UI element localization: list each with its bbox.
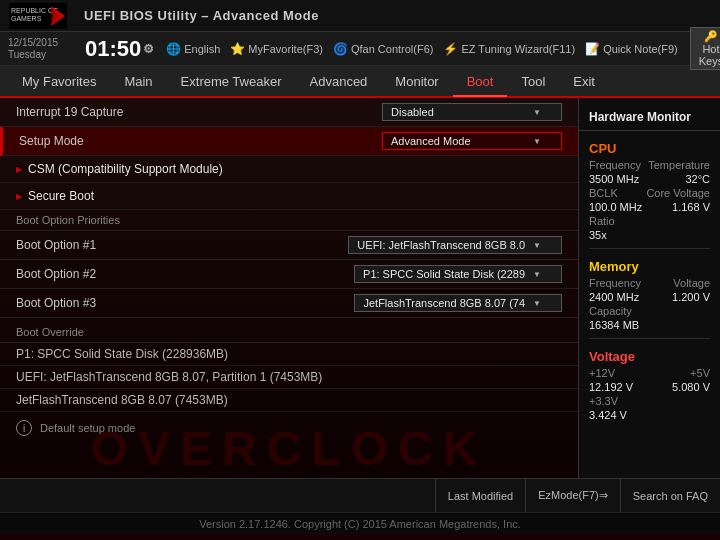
fan-icon: 🌀 <box>333 42 348 56</box>
sidebar-cpu-ratio-label: Ratio <box>589 215 615 227</box>
boot-option-1-row: Boot Option #1 UEFI: JetFlashTranscend 8… <box>0 231 578 260</box>
nav-exit[interactable]: Exit <box>559 68 609 95</box>
interrupt-value: Disabled <box>382 103 562 121</box>
sidebar-cpu-temp-value: 32°C <box>685 173 710 185</box>
boot-priorities-header: Boot Option Priorities <box>0 210 578 231</box>
rog-logo: REPUBLIC OF GAMERS <box>8 4 68 28</box>
sidebar-mem-cap-value: 16384 MB <box>589 319 639 331</box>
search-faq-button[interactable]: Search on FAQ <box>620 479 720 512</box>
sidebar-v5-value: 5.080 V <box>672 381 710 393</box>
setup-mode-dropdown[interactable]: Advanced Mode <box>382 132 562 150</box>
sidebar-v33-val-row: 3.424 V <box>579 408 720 422</box>
nav-advanced[interactable]: Advanced <box>296 68 382 95</box>
myfavorite-shortcut[interactable]: ⭐ MyFavorite(F3) <box>230 42 323 56</box>
boot-option-3-dropdown[interactable]: JetFlashTranscend 8GB 8.07 (74 <box>354 294 562 312</box>
interrupt-dropdown[interactable]: Disabled <box>382 103 562 121</box>
sidebar-divider-1 <box>589 248 710 249</box>
boot-override-item-3[interactable]: JetFlashTranscend 8GB 8.07 (7453MB) <box>0 389 578 412</box>
sidebar-v5-label: +5V <box>690 367 710 379</box>
setup-mode-label: Setup Mode <box>19 134 382 148</box>
settings-icon[interactable]: ⚙ <box>143 43 154 55</box>
qfan-shortcut[interactable]: 🌀 Qfan Control(F6) <box>333 42 434 56</box>
svg-text:GAMERS: GAMERS <box>11 15 42 22</box>
sidebar-v12-val-row: 12.192 V 5.080 V <box>579 380 720 394</box>
nav-monitor[interactable]: Monitor <box>381 68 452 95</box>
main-nav: My Favorites Main Extreme Tweaker Advanc… <box>0 66 720 98</box>
footer-bar: Version 2.17.1246. Copyright (C) 2015 Am… <box>0 512 720 534</box>
svg-text:REPUBLIC OF: REPUBLIC OF <box>11 7 58 14</box>
ez-mode-button[interactable]: EzMode(F7)⇒ <box>525 479 620 512</box>
nav-tool[interactable]: Tool <box>507 68 559 95</box>
quicknote-shortcut[interactable]: 📝 Quick Note(F9) <box>585 42 678 56</box>
sidebar-mem-freq-val-row: 2400 MHz 1.200 V <box>579 290 720 304</box>
boot-option-2-label: Boot Option #2 <box>16 267 354 281</box>
sidebar-divider-2 <box>589 338 710 339</box>
page-title: UEFI BIOS Utility – Advanced Mode <box>84 8 319 23</box>
hotkeys-button[interactable]: 🔑 Hot Keys <box>690 27 720 70</box>
date-display: 12/15/2015 Tuesday <box>8 37 73 61</box>
time-display: 01:50 ⚙ <box>85 38 154 60</box>
sidebar-v33-label: +3.3V <box>589 395 618 407</box>
nav-boot[interactable]: Boot <box>453 68 508 97</box>
favorite-icon: ⭐ <box>230 42 245 56</box>
ez-tuning-shortcut[interactable]: ⚡ EZ Tuning Wizard(F11) <box>443 42 575 56</box>
nav-main[interactable]: Main <box>110 68 166 95</box>
sidebar-voltage-title: Voltage <box>579 345 720 366</box>
sidebar-memory-title: Memory <box>579 255 720 276</box>
sidebar-cpu-ratio-row: Ratio <box>579 214 720 228</box>
setup-mode-row: Setup Mode Advanced Mode <box>0 127 578 156</box>
content-area: Interrupt 19 Capture Disabled Setup Mode… <box>0 98 720 478</box>
sidebar-v12-value: 12.192 V <box>589 381 633 393</box>
sidebar-cpu-ratio-value: 35x <box>589 229 607 241</box>
main-content: Interrupt 19 Capture Disabled Setup Mode… <box>0 98 578 478</box>
boot-override-item-2[interactable]: UEFI: JetFlashTranscend 8GB 8.07, Partit… <box>0 366 578 389</box>
sidebar-cpu-ratio-val-row: 35x <box>579 228 720 242</box>
secure-boot-toggle[interactable]: Secure Boot <box>0 183 578 210</box>
boot-option-1-dropdown[interactable]: UEFI: JetFlashTranscend 8GB 8.0 <box>348 236 562 254</box>
sidebar-cpu-freq-row: Frequency Temperature <box>579 158 720 172</box>
sidebar-cpu-bclk-label: BCLK <box>589 187 618 199</box>
info-row: i Default setup mode <box>0 412 578 444</box>
boot-override-item-1[interactable]: P1: SPCC Solid State Disk (228936MB) <box>0 343 578 366</box>
info-bar: 12/15/2015 Tuesday 01:50 ⚙ 🌐 English ⭐ M… <box>0 32 720 66</box>
sidebar-cpu-title: CPU <box>579 137 720 158</box>
sidebar-mem-freq-label: Frequency <box>589 277 641 289</box>
top-bar: REPUBLIC OF GAMERS UEFI BIOS Utility – A… <box>0 0 720 32</box>
boot-option-3-value: JetFlashTranscend 8GB 8.07 (74 <box>354 294 562 312</box>
note-icon: 📝 <box>585 42 600 56</box>
sidebar-cpu-corev-label: Core Voltage <box>646 187 710 199</box>
sidebar-mem-freq-row: Frequency Voltage <box>579 276 720 290</box>
sidebar-cpu-freq-label: Frequency <box>589 159 641 171</box>
sidebar-mem-cap-label: Capacity <box>589 305 632 317</box>
datetime-area: 12/15/2015 Tuesday <box>8 37 73 61</box>
hardware-monitor-title: Hardware Monitor <box>579 106 720 131</box>
info-icon: i <box>16 420 32 436</box>
last-modified-button[interactable]: Last Modified <box>435 479 525 512</box>
interrupt-row: Interrupt 19 Capture Disabled <box>0 98 578 127</box>
interrupt-label: Interrupt 19 Capture <box>16 105 382 119</box>
sidebar-cpu-bclk-row: BCLK Core Voltage <box>579 186 720 200</box>
boot-option-2-row: Boot Option #2 P1: SPCC Solid State Disk… <box>0 260 578 289</box>
language-shortcut[interactable]: 🌐 English <box>166 42 220 56</box>
boot-option-2-dropdown[interactable]: P1: SPCC Solid State Disk (2289 <box>354 265 562 283</box>
sidebar: Hardware Monitor CPU Frequency Temperatu… <box>578 98 720 478</box>
bottom-bar: Last Modified EzMode(F7)⇒ Search on FAQ <box>0 478 720 512</box>
sidebar-v33-row: +3.3V <box>579 394 720 408</box>
sidebar-mem-cap-row: Capacity <box>579 304 720 318</box>
boot-option-3-row: Boot Option #3 JetFlashTranscend 8GB 8.0… <box>0 289 578 318</box>
nav-extreme-tweaker[interactable]: Extreme Tweaker <box>167 68 296 95</box>
boot-option-1-value: UEFI: JetFlashTranscend 8GB 8.0 <box>348 236 562 254</box>
shortcuts-bar: 🌐 English ⭐ MyFavorite(F3) 🌀 Qfan Contro… <box>166 42 677 56</box>
boot-option-3-label: Boot Option #3 <box>16 296 354 310</box>
boot-option-2-value: P1: SPCC Solid State Disk (2289 <box>354 265 562 283</box>
setup-mode-value: Advanced Mode <box>382 132 562 150</box>
sidebar-mem-freq-value: 2400 MHz <box>589 291 639 303</box>
sidebar-cpu-bclk-value: 100.0 MHz <box>589 201 642 213</box>
sidebar-mem-volt-label: Voltage <box>673 277 710 289</box>
nav-my-favorites[interactable]: My Favorites <box>8 68 110 95</box>
csm-toggle[interactable]: CSM (Compatibility Support Module) <box>0 156 578 183</box>
sidebar-v33-value: 3.424 V <box>589 409 627 421</box>
sidebar-cpu-temp-label: Temperature <box>648 159 710 171</box>
boot-override-header: Boot Override <box>0 322 578 343</box>
sidebar-cpu-freq-value: 3500 MHz <box>589 173 639 185</box>
